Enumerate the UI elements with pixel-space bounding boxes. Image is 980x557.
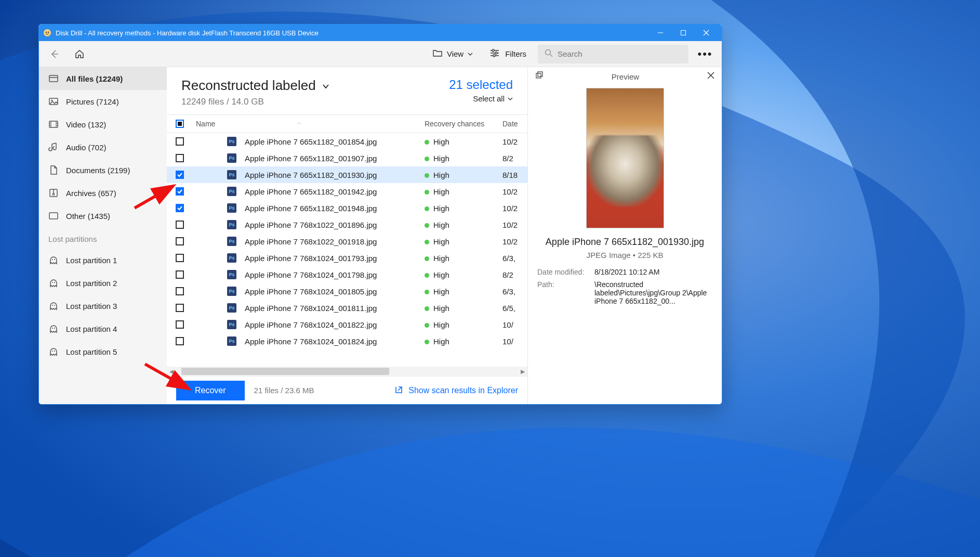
file-name: Apple iPhone 7 665x1182_001948.jpg [245,204,377,213]
view-dropdown[interactable]: View [427,45,478,62]
sidebar-item-all[interactable]: All files (12249) [39,67,167,90]
close-preview-button[interactable] [707,72,714,81]
other-icon [48,211,59,221]
sidebar-lost-partition[interactable]: Lost partition 4 [39,317,167,340]
row-checkbox[interactable] [176,221,184,229]
file-name: Apple iPhone 7 665x1182_001930.jpg [245,171,377,179]
date-modified-value: 8/18/2021 10:12 AM [594,268,712,276]
svg-point-3 [48,32,49,33]
file-row[interactable]: PsApple iPhone 7 768x1022_001918.jpgHigh… [167,233,527,250]
more-menu-button[interactable]: ••• [695,47,716,61]
preview-title: Preview [544,72,707,81]
show-in-explorer-link[interactable]: Show scan results in Explorer [394,385,518,396]
file-row[interactable]: PsApple iPhone 7 665x1182_001907.jpgHigh… [167,150,527,166]
file-row[interactable]: PsApple iPhone 7 665x1182_001930.jpgHigh… [167,166,527,183]
filters-button[interactable]: Filters [484,45,532,62]
file-name: Apple iPhone 7 768x1024_001798.jpg [245,270,377,279]
file-list[interactable]: PsApple iPhone 7 665x1182_001854.jpgHigh… [167,133,527,367]
file-date: 10/2 [502,187,527,196]
scrollbar-thumb[interactable] [181,368,389,375]
filters-label: Filters [505,49,526,58]
svg-point-39 [52,328,53,329]
preview-meta: JPEG Image • 225 KB [528,251,722,260]
row-checkbox[interactable] [176,270,184,279]
file-row[interactable]: PsApple iPhone 7 665x1182_001942.jpgHigh… [167,183,527,200]
row-checkbox[interactable] [176,287,184,295]
group-title-dropdown[interactable]: Reconstructed labeled [181,77,449,94]
column-date-header[interactable]: Date [502,120,527,128]
file-row[interactable]: PsApple iPhone 7 768x1024_001822.jpgHigh… [167,316,527,333]
search-input[interactable] [558,49,682,58]
file-name: Apple iPhone 7 768x1022_001918.jpg [245,237,377,246]
svg-point-36 [54,282,55,283]
home-button[interactable] [70,45,89,63]
file-row[interactable]: PsApple iPhone 7 665x1182_001948.jpgHigh… [167,200,527,216]
search-box[interactable] [538,45,688,63]
close-button[interactable] [695,24,718,41]
file-row[interactable]: PsApple iPhone 7 768x1024_001798.jpgHigh… [167,266,527,283]
sidebar-lost-partition[interactable]: Lost partition 3 [39,294,167,317]
row-checkbox[interactable] [176,320,184,329]
row-checkbox[interactable] [176,304,184,312]
svg-rect-31 [53,193,55,195]
ghost-icon [48,323,59,334]
horizontal-scrollbar[interactable]: ◀ ▶ [167,367,527,376]
date-modified-label: Date modified: [537,268,594,276]
status-dot-icon [425,240,429,244]
row-checkbox[interactable] [176,337,184,345]
scroll-right-icon[interactable]: ▶ [518,368,527,375]
sidebar-item-documents[interactable]: Documents (2199) [39,159,167,182]
file-date: 10/2 [502,204,527,213]
sidebar-item-video[interactable]: Video (132) [39,113,167,136]
recovery-chance: High [433,137,449,146]
sidebar-item-pictures[interactable]: Pictures (7124) [39,90,167,113]
ps-file-icon: Ps [227,270,236,279]
recovery-chance: High [433,320,449,329]
back-button[interactable] [45,45,64,63]
titlebar[interactable]: Disk Drill - All recovery methods - Hard… [39,24,722,41]
sort-caret-icon: ︿ [297,119,302,126]
popout-icon[interactable] [535,71,544,82]
maximize-button[interactable] [672,24,695,41]
sidebar-lost-partition[interactable]: Lost partition 1 [39,249,167,271]
sidebar-item-label: Lost partition 5 [66,347,117,356]
column-name-header[interactable]: Name︿ [193,120,425,128]
file-name: Apple iPhone 7 768x1024_001793.jpg [245,254,377,263]
minimize-button[interactable] [649,24,672,41]
row-checkbox[interactable] [176,137,184,146]
table-header: Name︿ Recovery chances Date [167,114,527,133]
folder-icon [432,48,443,59]
row-checkbox[interactable] [176,237,184,245]
header-checkbox[interactable] [176,120,184,128]
file-row[interactable]: PsApple iPhone 7 768x1022_001896.jpgHigh… [167,216,527,233]
sidebar-item-label: Video (132) [66,120,106,129]
row-checkbox[interactable] [176,171,184,179]
svg-point-34 [54,259,55,260]
file-row[interactable]: PsApple iPhone 7 768x1024_001805.jpgHigh… [167,283,527,300]
status-dot-icon [425,190,429,195]
file-name: Apple iPhone 7 665x1182_001942.jpg [245,187,377,196]
svg-point-40 [54,328,55,329]
svg-line-28 [52,143,56,144]
ps-file-icon: Ps [227,253,236,263]
column-recovery-header[interactable]: Recovery chances [425,120,502,128]
file-date: 10/2 [502,237,527,246]
svg-point-10 [492,49,494,51]
sidebar-item-audio[interactable]: Audio (702) [39,136,167,159]
ps-file-icon: Ps [227,137,236,146]
select-all-button[interactable]: Select all [449,94,513,103]
file-row[interactable]: PsApple iPhone 7 768x1024_001811.jpgHigh… [167,300,527,316]
sidebar-lost-partition[interactable]: Lost partition 2 [39,271,167,294]
row-checkbox[interactable] [176,254,184,262]
file-row[interactable]: PsApple iPhone 7 665x1182_001854.jpgHigh… [167,133,527,150]
file-date: 10/ [502,337,527,346]
sidebar-item-label: Archives (657) [66,189,116,198]
file-row[interactable]: PsApple iPhone 7 768x1024_001793.jpgHigh… [167,250,527,266]
search-icon [544,48,553,60]
svg-line-16 [550,54,553,57]
window-title: Disk Drill - All recovery methods - Hard… [56,29,649,37]
svg-point-15 [546,49,551,55]
file-name: Apple iPhone 7 768x1024_001811.jpg [245,304,377,313]
file-row[interactable]: PsApple iPhone 7 768x1024_001824.jpgHigh… [167,333,527,349]
row-checkbox[interactable] [176,154,184,162]
